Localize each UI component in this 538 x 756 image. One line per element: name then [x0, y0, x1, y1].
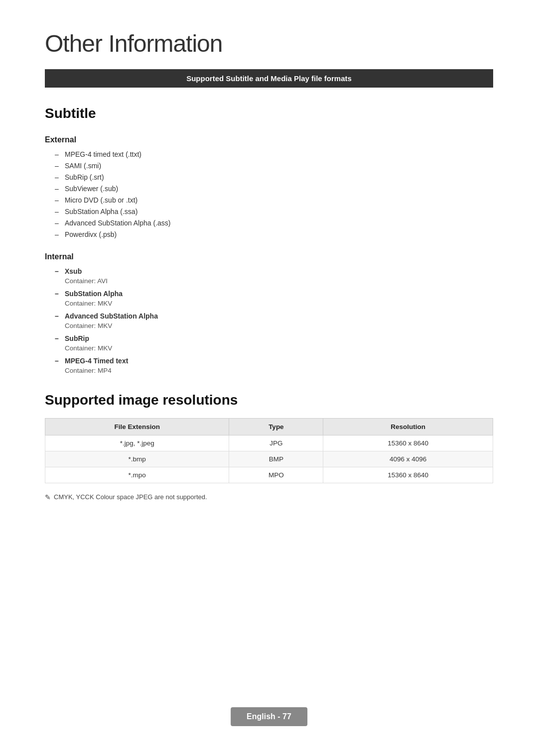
cell-extension: *.bmp: [45, 451, 229, 467]
note-area: ✎ CMYK, YCCK Colour space JPEG are not s…: [45, 493, 493, 501]
external-heading: External: [45, 135, 493, 144]
internal-list-item-container: Container: MKV: [55, 300, 493, 307]
list-item: SAMI (.smi): [55, 162, 493, 170]
image-resolution-section: Supported image resolutions File Extensi…: [45, 392, 493, 501]
footer-label: English - 77: [247, 712, 291, 721]
table-row: *.bmp BMP 4096 x 4096: [45, 451, 493, 467]
internal-list-item-container: Container: MP4: [55, 367, 493, 374]
internal-list-item-name: Advanced SubStation Alpha: [55, 312, 493, 320]
list-item: SubStation Alpha (.ssa): [55, 208, 493, 216]
cell-resolution: 4096 x 4096: [323, 451, 493, 467]
internal-list-item-name: SubRip: [55, 334, 493, 342]
internal-subsection: Internal Xsub Container: AVI SubStation …: [45, 252, 493, 374]
internal-list: Xsub Container: AVI SubStation Alpha Con…: [55, 267, 493, 374]
cell-extension: *.jpg, *.jpeg: [45, 435, 229, 451]
cell-type: BMP: [229, 451, 323, 467]
note-icon: ✎: [45, 493, 51, 501]
section-header-text: Supported Subtitle and Media Play file f…: [186, 74, 352, 83]
internal-list-item-container: Container: AVI: [55, 277, 493, 285]
list-item: Micro DVD (.sub or .txt): [55, 196, 493, 204]
external-list: MPEG-4 timed text (.ttxt) SAMI (.smi) Su…: [55, 150, 493, 238]
cell-resolution: 15360 x 8640: [323, 467, 493, 483]
cell-type: MPO: [229, 467, 323, 483]
cell-extension: *.mpo: [45, 467, 229, 483]
list-item: MPEG-4 timed text (.ttxt): [55, 150, 493, 158]
subtitle-section-title: Subtitle: [45, 106, 493, 121]
col-header-resolution: Resolution: [323, 419, 493, 435]
table-header-row: File Extension Type Resolution: [45, 419, 493, 435]
list-item: Powerdivx (.psb): [55, 230, 493, 238]
table-row: *.jpg, *.jpeg JPG 15360 x 8640: [45, 435, 493, 451]
col-header-extension: File Extension: [45, 419, 229, 435]
list-item: SubViewer (.sub): [55, 185, 493, 193]
table-row: *.mpo MPO 15360 x 8640: [45, 467, 493, 483]
cell-resolution: 15360 x 8640: [323, 435, 493, 451]
list-item: Advanced SubStation Alpha (.ass): [55, 219, 493, 227]
page-title: Other Information: [45, 30, 493, 57]
image-section-title: Supported image resolutions: [45, 392, 493, 408]
internal-heading: Internal: [45, 252, 493, 261]
internal-list-item-name: Xsub: [55, 267, 493, 275]
resolution-table: File Extension Type Resolution *.jpg, *.…: [45, 418, 493, 483]
internal-list-item-name: SubStation Alpha: [55, 290, 493, 298]
internal-list-item-container: Container: MKV: [55, 344, 493, 352]
cell-type: JPG: [229, 435, 323, 451]
footer-badge: English - 77: [231, 707, 307, 726]
section-header-bar: Supported Subtitle and Media Play file f…: [45, 69, 493, 88]
col-header-type: Type: [229, 419, 323, 435]
internal-list-item-name: MPEG-4 Timed text: [55, 357, 493, 365]
internal-list-item-container: Container: MKV: [55, 322, 493, 329]
external-subsection: External MPEG-4 timed text (.ttxt) SAMI …: [45, 135, 493, 238]
list-item: SubRip (.srt): [55, 173, 493, 181]
note-text: CMYK, YCCK Colour space JPEG are not sup…: [54, 493, 207, 501]
page-container: Other Information Supported Subtitle and…: [0, 0, 538, 756]
